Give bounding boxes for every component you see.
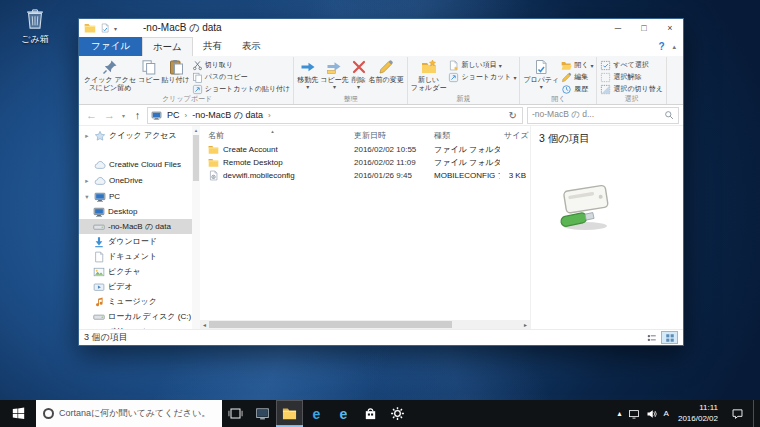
quick-access-toolbar-dropdown-icon[interactable]: ▾ [114, 25, 117, 32]
new-folder-button[interactable]: 新しいフォルダー [410, 58, 448, 94]
tab-share[interactable]: 共有 [193, 37, 232, 56]
column-header-modified[interactable]: 更新日時 [350, 130, 430, 141]
sidebar-item-local-disk-c[interactable]: ローカル ディスク (C:) [79, 309, 200, 324]
maximize-button[interactable]: □ [631, 19, 657, 37]
show-desktop-button[interactable] [753, 400, 758, 427]
breadcrumb-separator-icon[interactable]: › [185, 111, 188, 120]
search-box[interactable]: -no-MacB の d... [527, 107, 679, 124]
scroll-up-icon[interactable]: ▴ [192, 126, 200, 135]
sort-ascending-icon: ▴ [271, 128, 274, 134]
help-icon[interactable]: ? [658, 41, 664, 52]
sidebar-item-videos[interactable]: ビデオ [79, 279, 200, 294]
rename-button[interactable]: 名前の変更 [368, 58, 405, 85]
back-button[interactable]: ← [83, 107, 100, 124]
edit-button[interactable]: 編集 [560, 71, 594, 83]
new-folder-icon [421, 59, 437, 75]
copy-button[interactable]: コピー [137, 58, 160, 85]
breadcrumb-root[interactable]: PC [164, 110, 183, 120]
sidebar-item-quick-access[interactable]: ▸クイック アクセス [79, 128, 200, 143]
recycle-bin[interactable]: ごみ箱 [10, 7, 60, 46]
task-view-button[interactable] [222, 400, 249, 427]
taskbar-store[interactable] [357, 400, 384, 427]
sidebar-item-creative-cloud-files[interactable]: Creative Cloud Files [79, 157, 200, 172]
sidebar-item-pictures[interactable]: ピクチャ [79, 264, 200, 279]
copy-to-button[interactable]: コピー先 ▾ [319, 58, 349, 93]
sidebar-item-volume-d[interactable]: ボリューム (D:) [79, 324, 200, 329]
system-tray: ▴ A 11:11 2016/02/02 [618, 400, 760, 427]
select-none-button[interactable]: 選択解除 [599, 71, 664, 83]
refresh-icon[interactable]: ↻ [507, 110, 519, 121]
sidebar-item-downloads[interactable]: ダウンロード [79, 234, 200, 249]
move-to-button[interactable]: 移動先 ▾ [296, 58, 319, 93]
gear-icon [390, 406, 405, 421]
nav-scrollbar-thumb[interactable] [193, 135, 199, 181]
sidebar-item-desktop[interactable]: Desktop [79, 204, 200, 219]
cut-button[interactable]: 切り取り [191, 59, 291, 71]
horizontal-scrollbar[interactable]: ◄ ► [200, 320, 530, 329]
address-bar[interactable]: PC › -no-MacB の data › ↻ [147, 107, 523, 124]
scroll-left-icon[interactable]: ◄ [200, 322, 209, 328]
chevron-down-icon[interactable]: ▾ [83, 193, 91, 201]
table-row[interactable]: Create Account 2016/02/02 10:55 ファイル フォル… [204, 143, 530, 156]
recent-locations-dropdown-icon[interactable]: ▾ [119, 107, 128, 124]
table-row[interactable]: devwifi.mobileconfig 2016/01/26 9:45 MOB… [204, 169, 530, 182]
tab-view[interactable]: 表示 [232, 37, 271, 56]
delete-button[interactable]: 削除 ▾ [350, 58, 368, 93]
sidebar-item-documents[interactable]: ドキュメント [79, 249, 200, 264]
tab-file[interactable]: ファイル [79, 37, 142, 56]
taskbar-edge[interactable]: e [303, 400, 330, 427]
sidebar-item-pc[interactable]: ▾PC [79, 189, 200, 204]
up-button[interactable]: ↑ [129, 107, 146, 124]
shortcut-button[interactable]: ショートカット▾ [447, 71, 517, 83]
title-bar[interactable]: ▾ -no-MacB の data ─ □ × [79, 19, 683, 37]
app-window-icon [255, 406, 270, 421]
sidebar-item-onedrive[interactable]: ▸OneDrive [79, 173, 200, 188]
taskbar-app-window[interactable] [249, 400, 276, 427]
column-header-size[interactable]: サイズ [500, 130, 530, 141]
minimize-button[interactable]: ─ [605, 19, 631, 37]
quick-access-icon [94, 130, 106, 142]
open-button[interactable]: 開く▾ [560, 59, 594, 71]
cloud-icon [94, 159, 106, 171]
cortana-search-box[interactable]: Cortanaに何か聞いてみてください。 [36, 400, 222, 427]
large-icons-view-icon [665, 333, 675, 343]
clock-date: 2016/02/02 [678, 414, 718, 424]
breadcrumb-current[interactable]: -no-MacB の data [189, 109, 266, 122]
new-item-button[interactable]: 新しい項目▾ [447, 59, 517, 71]
collapse-ribbon-icon[interactable]: ▴ [672, 43, 676, 51]
view-details-button[interactable] [643, 331, 660, 344]
forward-button[interactable]: → [101, 107, 118, 124]
drive-icon [93, 311, 105, 323]
column-header-name[interactable]: ▴名前 [204, 130, 350, 141]
select-all-button[interactable]: すべて選択 [599, 59, 664, 71]
chevron-right-icon[interactable]: ▸ [83, 132, 91, 140]
action-center-button[interactable] [727, 400, 747, 427]
table-row[interactable]: Remote Desktop 2016/02/02 11:09 ファイル フォル… [204, 156, 530, 169]
display-icon[interactable] [628, 408, 640, 420]
start-button[interactable] [0, 400, 36, 427]
tab-home[interactable]: ホーム [142, 37, 193, 56]
tray-expand-icon[interactable]: ▴ [618, 409, 622, 418]
taskbar-file-explorer[interactable] [276, 400, 303, 427]
chevron-right-icon[interactable]: ▸ [83, 177, 91, 185]
breadcrumb-separator-icon[interactable]: › [268, 111, 271, 120]
ime-indicator[interactable]: A [664, 409, 669, 418]
scrollbar-thumb[interactable] [209, 321, 452, 328]
taskbar-internet-explorer[interactable]: e [330, 400, 357, 427]
taskbar-settings[interactable] [384, 400, 411, 427]
paste-button[interactable]: 貼り付け [160, 58, 190, 85]
scroll-right-icon[interactable]: ► [521, 322, 530, 328]
volume-icon[interactable] [646, 408, 658, 420]
close-button[interactable]: × [657, 19, 683, 37]
column-header-type[interactable]: 種類 [430, 130, 500, 141]
sidebar-item-music[interactable]: ミュージック [79, 294, 200, 309]
search-icon[interactable] [664, 110, 674, 120]
pin-to-quick-access-button[interactable]: クイック アクセスにピン留め [83, 58, 137, 94]
quick-access-toolbar-icon[interactable] [100, 23, 110, 33]
view-large-icons-button[interactable] [661, 331, 678, 344]
properties-button[interactable]: プロパティ ▾ [522, 58, 560, 93]
taskbar-clock[interactable]: 11:11 2016/02/02 [675, 403, 721, 424]
sidebar-item-no-macb-data[interactable]: -no-MacB の data [79, 219, 200, 234]
copy-path-button[interactable]: パスのコピー [191, 71, 291, 83]
nav-scrollbar[interactable]: ▴ [192, 126, 200, 329]
